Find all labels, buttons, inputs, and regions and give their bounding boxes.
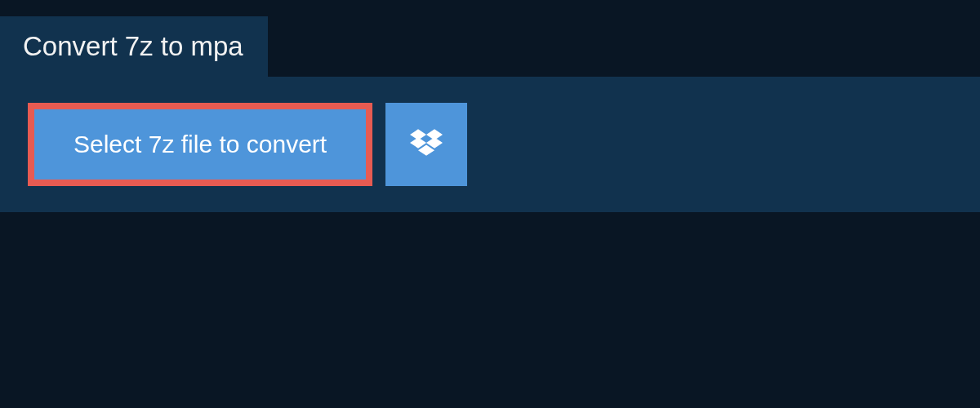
select-file-button[interactable]: Select 7z file to convert (28, 103, 372, 186)
upload-panel: Select 7z file to convert (0, 77, 980, 212)
dropbox-button[interactable] (385, 103, 467, 186)
dropbox-icon (410, 126, 443, 162)
select-file-label: Select 7z file to convert (74, 131, 327, 158)
page-title: Convert 7z to mpa (23, 31, 243, 61)
page-title-tab: Convert 7z to mpa (0, 16, 268, 77)
